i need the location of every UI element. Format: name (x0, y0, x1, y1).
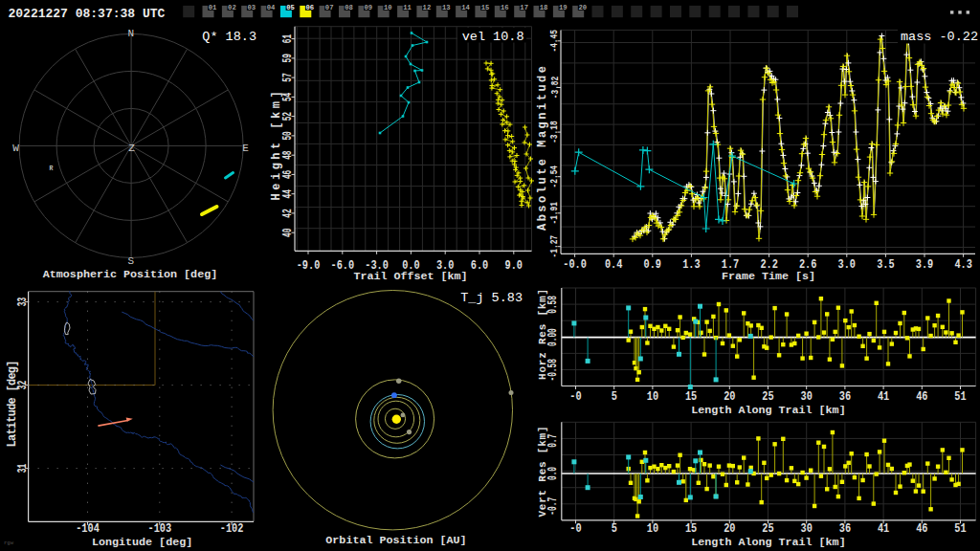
svg-text:30: 30 (801, 390, 813, 404)
svg-text:Trail Offset [km]: Trail Offset [km] (353, 270, 467, 283)
svg-text:T_j 5.83: T_j 5.83 (460, 291, 523, 305)
svg-text:51: 51 (954, 390, 966, 404)
svg-text:19: 19 (559, 4, 568, 11)
svg-text:15: 15 (685, 522, 697, 536)
svg-text:W: W (12, 143, 19, 154)
svg-text:0.7: 0.7 (546, 434, 560, 448)
svg-text:-1.27: -1.27 (548, 235, 561, 258)
svg-text:44: 44 (281, 189, 295, 198)
svg-text:Orbital Position [AU]: Orbital Position [AU] (325, 534, 466, 547)
svg-text:Vert Res [km]: Vert Res [km] (537, 427, 548, 518)
svg-text:16: 16 (501, 4, 509, 11)
svg-text:15: 15 (481, 4, 490, 11)
svg-text:-6.0: -6.0 (331, 259, 355, 273)
svg-text:E: E (242, 143, 249, 154)
svg-text:-0: -0 (569, 390, 581, 404)
svg-text:36: 36 (839, 522, 851, 536)
svg-text:02: 02 (228, 4, 236, 11)
svg-text:-0.7: -0.7 (546, 497, 560, 516)
svg-text:06: 06 (306, 4, 315, 11)
svg-text:-4.45: -4.45 (548, 30, 561, 53)
svg-text:36: 36 (839, 390, 851, 404)
svg-text:Longitude [deg]: Longitude [deg] (92, 536, 192, 549)
svg-text:41: 41 (878, 522, 889, 536)
svg-text:5: 5 (612, 390, 617, 404)
svg-text:25: 25 (762, 390, 773, 404)
svg-text:-1.91: -1.91 (548, 202, 561, 225)
svg-text:-103: -103 (148, 522, 172, 536)
svg-text:33: 33 (17, 298, 31, 306)
svg-text:-9.0: -9.0 (297, 259, 321, 273)
svg-text:vel 10.8: vel 10.8 (462, 30, 524, 44)
svg-text:-0.0: -0.0 (563, 258, 587, 272)
svg-text:54: 54 (281, 93, 295, 101)
svg-text:Height [km]: Height [km] (270, 91, 283, 200)
svg-text:05: 05 (286, 4, 295, 11)
svg-text:0.00: 0.00 (546, 328, 560, 346)
svg-text:11: 11 (403, 4, 412, 11)
svg-text:3.0: 3.0 (838, 258, 856, 272)
svg-text:12: 12 (423, 4, 432, 11)
svg-text:46: 46 (916, 390, 927, 404)
svg-text:61: 61 (281, 34, 295, 43)
svg-text:3.5: 3.5 (877, 258, 894, 272)
svg-text:Frame Time [s]: Frame Time [s] (722, 270, 815, 283)
svg-text:18: 18 (540, 4, 548, 11)
svg-text:13: 13 (442, 4, 451, 11)
svg-text:Length Along Trail [km]: Length Along Trail [km] (691, 536, 845, 549)
svg-text:20: 20 (578, 4, 587, 11)
svg-text:10: 10 (384, 4, 392, 11)
svg-text:42: 42 (281, 209, 295, 217)
svg-text:25: 25 (762, 522, 773, 536)
svg-text:-104: -104 (76, 522, 100, 536)
svg-text:30: 30 (801, 522, 813, 536)
svg-text:-0: -0 (569, 522, 581, 536)
svg-text:-3.18: -3.18 (548, 121, 561, 143)
svg-text:20: 20 (724, 390, 735, 404)
svg-text:-102: -102 (220, 522, 244, 536)
svg-text:mass -0.22: mass -0.22 (901, 30, 978, 44)
svg-text:5: 5 (612, 522, 617, 536)
svg-text:N: N (127, 28, 134, 39)
svg-text:-0.58: -0.58 (546, 359, 560, 382)
svg-text:07: 07 (325, 4, 334, 11)
svg-text:09: 09 (365, 4, 373, 11)
svg-text:46: 46 (281, 170, 295, 179)
svg-text:Z: Z (128, 143, 135, 154)
svg-text:41: 41 (878, 390, 889, 404)
svg-text:6.0: 6.0 (471, 259, 488, 273)
svg-text:04: 04 (267, 4, 276, 11)
svg-text:51: 51 (954, 522, 966, 536)
svg-text:Horz Res [km]: Horz Res [km] (537, 289, 548, 380)
svg-text:57: 57 (281, 73, 295, 81)
svg-text:10: 10 (647, 390, 658, 404)
svg-text:Q* 18.3: Q* 18.3 (202, 30, 256, 44)
svg-text:0.9: 0.9 (644, 258, 661, 272)
svg-text:17: 17 (520, 4, 528, 11)
svg-text:48: 48 (281, 150, 295, 159)
svg-text:01: 01 (209, 4, 217, 11)
svg-text:10: 10 (647, 522, 658, 536)
svg-text:3.9: 3.9 (916, 258, 933, 272)
svg-text:Length Along Trail [km]: Length Along Trail [km] (691, 404, 845, 417)
svg-text:rgw: rgw (4, 540, 14, 546)
svg-text:1.3: 1.3 (682, 258, 700, 272)
svg-text:52: 52 (281, 112, 295, 121)
svg-text:0.0: 0.0 (546, 467, 560, 480)
svg-text:Latitude [deg]: Latitude [deg] (6, 361, 19, 448)
svg-text:20: 20 (724, 522, 735, 536)
svg-text:08: 08 (345, 4, 353, 11)
svg-text:-3.82: -3.82 (548, 77, 561, 99)
svg-text:9.0: 9.0 (505, 259, 523, 273)
svg-text:14: 14 (461, 4, 470, 11)
svg-text:59: 59 (281, 54, 295, 62)
svg-text:46: 46 (916, 522, 927, 536)
svg-text:-2.54: -2.54 (548, 165, 561, 188)
svg-text:0.58: 0.58 (546, 296, 560, 314)
svg-text:0.4: 0.4 (605, 258, 622, 272)
svg-text:50: 50 (281, 131, 295, 140)
svg-text:31: 31 (17, 464, 31, 473)
svg-text:R: R (50, 165, 54, 172)
svg-text:S: S (127, 255, 134, 267)
svg-text:Atmospheric Position [deg]: Atmospheric Position [deg] (43, 268, 217, 281)
